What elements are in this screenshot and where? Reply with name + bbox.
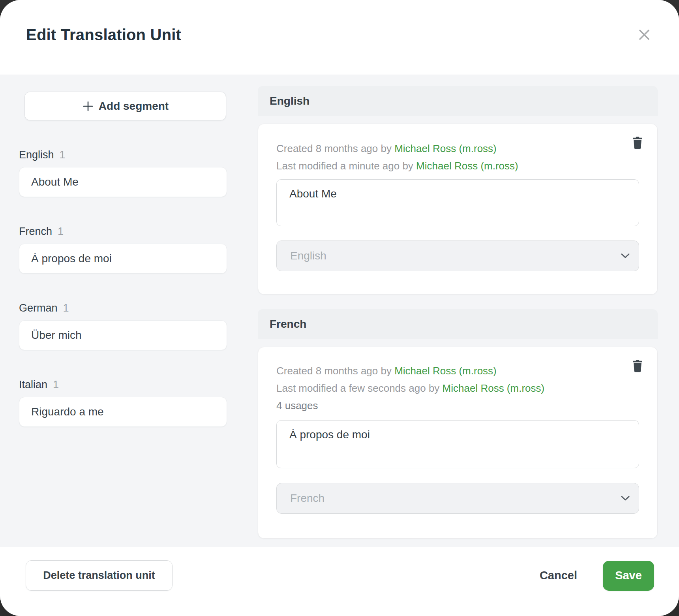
usages-count: 4 usages xyxy=(276,397,639,414)
created-user-link[interactable]: Michael Ross (m.ross) xyxy=(394,143,497,154)
segment-card-italian[interactable]: Riguardo a me xyxy=(19,397,227,427)
dialog-title: Edit Translation Unit xyxy=(26,26,181,44)
add-segment-label: Add segment xyxy=(99,100,169,113)
language-select[interactable]: English xyxy=(276,240,639,271)
segment-language-label: Italian xyxy=(19,379,47,391)
delete-segment-button[interactable] xyxy=(630,135,645,151)
segment-count-badge: 1 xyxy=(58,225,64,238)
cancel-button[interactable]: Cancel xyxy=(536,569,581,582)
created-user-link[interactable]: Michael Ross (m.ross) xyxy=(394,365,497,377)
delete-segment-button[interactable] xyxy=(630,358,645,374)
language-select-value: English xyxy=(290,250,326,262)
close-button[interactable] xyxy=(631,21,658,48)
modified-user-link[interactable]: Michael Ross (m.ross) xyxy=(416,160,518,172)
dialog-footer: Delete translation unit Cancel Save xyxy=(0,547,679,616)
trash-icon xyxy=(632,359,643,373)
segment-text-input[interactable]: À propos de moi xyxy=(276,420,639,468)
trash-icon xyxy=(632,136,643,150)
created-meta: Created 8 months ago by Michael Ross (m.… xyxy=(276,140,639,157)
chevron-down-icon xyxy=(617,490,633,506)
delete-translation-unit-button[interactable]: Delete translation unit xyxy=(26,560,173,591)
segment-language-label: German xyxy=(19,302,58,314)
modified-meta: Last modified a few seconds ago by Micha… xyxy=(276,379,639,397)
segment-language-label: English xyxy=(19,149,54,161)
save-button[interactable]: Save xyxy=(603,561,654,591)
panel-heading-english: English xyxy=(258,86,658,116)
panel-heading-french: French xyxy=(258,309,658,339)
segment-language-label: French xyxy=(19,225,52,238)
segment-card-french[interactable]: À propos de moi xyxy=(19,244,227,274)
dialog-header: Edit Translation Unit xyxy=(0,0,679,75)
segment-detail-column: English Created 8 months ago by Michael … xyxy=(258,86,658,539)
segment-list: English 1 About Me French 1 À propos de … xyxy=(19,149,227,455)
chevron-down-icon xyxy=(617,248,633,264)
segment-group-german: German 1 Über mich xyxy=(19,302,227,350)
edit-translation-unit-dialog: Edit Translation Unit Add segment Englis… xyxy=(0,0,679,616)
segment-card-german[interactable]: Über mich xyxy=(19,320,227,350)
segment-count-badge: 1 xyxy=(60,149,66,161)
segment-count-badge: 1 xyxy=(53,379,59,391)
segment-panel-french: Created 8 months ago by Michael Ross (m.… xyxy=(258,347,658,539)
created-meta: Created 8 months ago by Michael Ross (m.… xyxy=(276,362,639,379)
add-segment-button[interactable]: Add segment xyxy=(24,92,226,120)
segment-panel-english: Created 8 months ago by Michael Ross (m.… xyxy=(258,124,658,295)
modified-user-link[interactable]: Michael Ross (m.ross) xyxy=(443,382,545,394)
language-select-value: French xyxy=(290,492,324,505)
segment-group-italian: Italian 1 Riguardo a me xyxy=(19,379,227,427)
plus-icon xyxy=(82,100,94,112)
segment-count-badge: 1 xyxy=(63,302,69,314)
segment-text-input[interactable]: About Me xyxy=(276,179,639,226)
modified-meta: Last modified a minute ago by Michael Ro… xyxy=(276,157,639,175)
segment-group-french: French 1 À propos de moi xyxy=(19,225,227,274)
panel-spacer xyxy=(258,295,658,309)
language-select[interactable]: French xyxy=(276,483,639,514)
close-icon xyxy=(638,28,651,41)
segment-group-english: English 1 About Me xyxy=(19,149,227,197)
segment-card-english[interactable]: About Me xyxy=(19,167,227,197)
